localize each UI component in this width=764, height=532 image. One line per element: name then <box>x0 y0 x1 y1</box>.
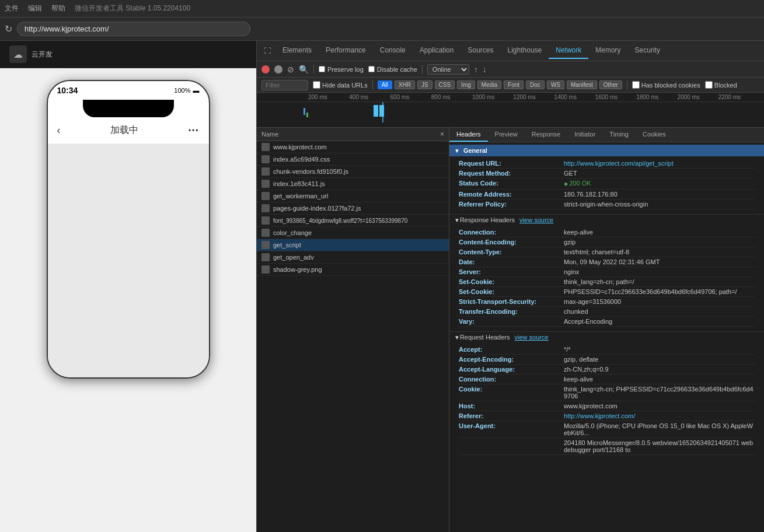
file-item-10[interactable]: shadow-grey.png <box>257 264 449 276</box>
preserve-log-input[interactable] <box>319 66 325 72</box>
detail-tab-timing[interactable]: Timing <box>602 128 636 142</box>
tab-sources[interactable]: Sources <box>461 43 500 59</box>
file-item-0[interactable]: www.kjprotect.com <box>257 141 449 153</box>
filter-js[interactable]: JS <box>417 80 432 89</box>
tab-memory[interactable]: Memory <box>588 43 627 59</box>
close-panel-button[interactable]: × <box>440 130 444 138</box>
req-ua-cont-value: 204180 MicroMessenger/8.0.5 webview/1652… <box>564 439 755 453</box>
filter-css[interactable]: CSS <box>435 80 455 89</box>
filter-all[interactable]: All <box>378 80 392 89</box>
detail-tab-headers[interactable]: Headers <box>449 128 488 142</box>
filter-ws[interactable]: WS <box>547 80 564 89</box>
filter-img[interactable]: Img <box>457 80 475 89</box>
file-icon-4 <box>261 192 270 200</box>
file-item-4[interactable]: get_workerman_url <box>257 190 449 202</box>
phone-back-button[interactable]: ‹ <box>57 124 61 136</box>
filter-icon[interactable]: ⊘ <box>287 65 294 74</box>
menu-item-edit[interactable]: 编辑 <box>28 4 42 13</box>
request-method-key: Request Method: <box>459 170 564 177</box>
filter-xhr[interactable]: XHR <box>395 80 415 89</box>
has-blocked-input[interactable] <box>632 81 640 89</box>
req-header-connection: Connection: keep-alive <box>459 374 755 384</box>
stop-button[interactable] <box>274 65 282 74</box>
tab-elements[interactable]: Elements <box>275 43 319 59</box>
filter-types: All XHR JS CSS Img Media Font Doc WS Man… <box>378 80 622 89</box>
network-throttle-select[interactable]: Online Fast 3G Slow 3G Offline <box>427 64 469 75</box>
disable-cache-checkbox[interactable]: Disable cache <box>368 66 417 73</box>
general-triangle-icon: ▼ <box>454 148 460 154</box>
file-item-7[interactable]: color_change <box>257 227 449 239</box>
file-icon-9 <box>261 253 270 261</box>
filter-doc[interactable]: Doc <box>526 80 545 89</box>
detail-tab-cookies[interactable]: Cookies <box>636 128 673 142</box>
file-item-2[interactable]: chunk-vendors.fd9105f0.js <box>257 166 449 178</box>
waterfall-bar-1 <box>303 108 305 115</box>
resp-content-type-value: text/html; charset=utf-8 <box>564 249 629 256</box>
response-headers-view-source[interactable]: view source <box>519 216 553 223</box>
detail-tab-response[interactable]: Response <box>525 128 568 142</box>
file-item-3[interactable]: index.1e83c411.js <box>257 178 449 190</box>
filter-input[interactable] <box>261 80 308 90</box>
resp-header-sts: Strict-Transport-Security: max-age=31536… <box>459 297 755 307</box>
inspect-icon[interactable]: ⛶ <box>259 43 275 58</box>
file-list-col-name: Name <box>261 131 278 138</box>
request-headers-title: Request Headers <box>460 334 510 341</box>
file-item-6[interactable]: font_993865_4txlgdmwfg8.woff2?t=16375633… <box>257 215 449 227</box>
file-name-9: get_open_adv <box>273 254 314 261</box>
request-headers-header[interactable]: ▼ Request Headers view source <box>449 331 764 342</box>
req-host-value: www.kjprotect.com <box>564 402 618 410</box>
tab-performance[interactable]: Performance <box>319 43 373 59</box>
timeline-label-2000: 2000 ms <box>677 94 718 100</box>
request-headers-view-source[interactable]: view source <box>515 334 549 341</box>
general-section-header[interactable]: ▼ General <box>449 145 764 156</box>
cloud-icon[interactable]: ☁ <box>9 46 27 63</box>
record-button[interactable] <box>261 65 270 74</box>
file-item-5[interactable]: pages-guide-index.0127fa72.js <box>257 202 449 215</box>
tab-application[interactable]: Application <box>413 43 461 59</box>
detail-tab-initiator[interactable]: Initiator <box>567 128 602 142</box>
file-item-8[interactable]: get_script <box>257 239 449 251</box>
response-headers-header[interactable]: ▼ Response Headers view source <box>449 214 764 225</box>
blocked-input[interactable] <box>705 81 713 89</box>
has-blocked-label: Has blocked cookies <box>641 82 700 89</box>
general-remote-row: Remote Address: 180.76.182.176:80 <box>459 190 755 200</box>
file-item-1[interactable]: index.a5c69d49.css <box>257 153 449 166</box>
refresh-icon[interactable]: ↻ <box>5 23 12 34</box>
download-icon: ↓ <box>483 65 487 74</box>
detail-tab-preview[interactable]: Preview <box>488 128 525 142</box>
phone-status-bar: 10:34 100% ▬ <box>48 81 209 100</box>
blocked-checkbox[interactable]: Blocked <box>705 81 737 89</box>
tab-console[interactable]: Console <box>373 43 413 59</box>
phone-more-button[interactable]: ••• <box>189 127 200 135</box>
filter-media[interactable]: Media <box>477 80 501 89</box>
file-name-3: index.1e83c411.js <box>273 180 325 187</box>
request-headers-section: ▼ Request Headers view source Accept: */… <box>449 331 764 457</box>
file-item-9[interactable]: get_open_adv <box>257 251 449 264</box>
menu-item-file[interactable]: 文件 <box>5 4 19 13</box>
filter-font[interactable]: Font <box>504 80 524 89</box>
has-blocked-cookies-checkbox[interactable]: Has blocked cookies <box>632 81 700 89</box>
menu-item-help[interactable]: 帮助 <box>51 4 65 13</box>
waterfall-bar-2 <box>306 113 308 117</box>
req-header-referer: Referer: http://www.kjprotect.com/ <box>459 411 755 421</box>
timeline-label-200: 200 ms <box>308 94 349 100</box>
url-input[interactable] <box>17 22 250 36</box>
filter-manifest[interactable]: Manifest <box>567 80 597 89</box>
filter-other[interactable]: Other <box>599 80 622 89</box>
hide-data-urls-checkbox[interactable]: Hide data URLs <box>313 81 368 89</box>
tab-security[interactable]: Security <box>628 43 667 59</box>
tab-lighthouse[interactable]: Lighthouse <box>501 43 549 59</box>
tab-network[interactable]: Network <box>549 43 588 59</box>
request-headers-triangle-icon: ▼ <box>454 334 460 341</box>
search-icon[interactable]: 🔍 <box>299 65 309 74</box>
main-layout: ☁ 云开发 10:34 100% ▬ ‹ 加载中 ••• <box>0 41 764 532</box>
timeline-label-1400: 1400 ms <box>554 94 595 100</box>
disable-cache-input[interactable] <box>368 66 375 72</box>
timeline-label-1600: 1600 ms <box>595 94 636 100</box>
timeline-canvas <box>303 102 764 123</box>
req-referer-key: Referer: <box>459 412 564 419</box>
hide-data-urls-input[interactable] <box>313 81 320 89</box>
preserve-log-checkbox[interactable]: Preserve log <box>319 66 364 73</box>
resp-transfer-key: Transfer-Encoding: <box>459 308 564 315</box>
req-header-host: Host: www.kjprotect.com <box>459 401 755 411</box>
